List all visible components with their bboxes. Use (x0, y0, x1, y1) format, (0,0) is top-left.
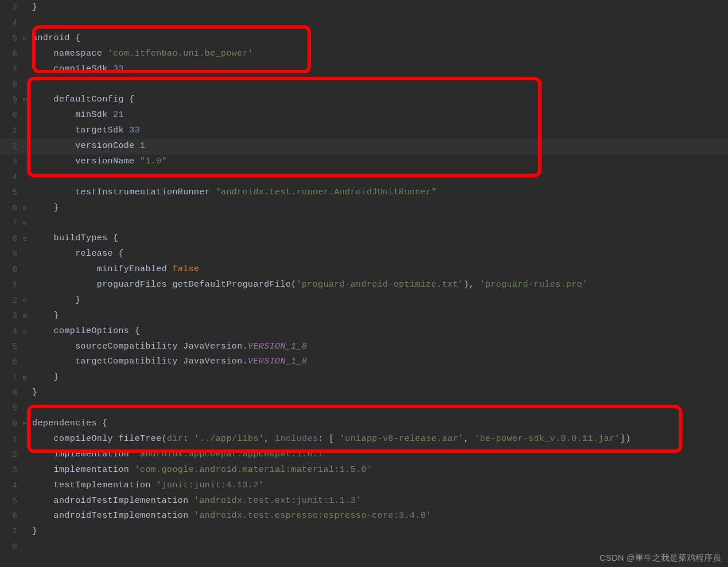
line-number: 5 (0, 494, 21, 509)
code-line[interactable]: } (32, 0, 728, 15)
line-number: 1 (0, 123, 21, 139)
line-number: 5 (0, 339, 21, 355)
code-line[interactable]: versionCode 1 (32, 139, 728, 154)
code-line[interactable]: versionName "1.0" (32, 154, 728, 170)
line-number: 2 (0, 447, 21, 463)
gutter: 3 4 5 6 7 8 9 0 1 2 3 4 5 6 7 8 9 0 1 2 … (0, 0, 21, 555)
fold-icon[interactable]: ⊞ (23, 298, 27, 304)
line-number: 3 (0, 154, 21, 170)
code-line[interactable]: } (32, 524, 728, 539)
code-line[interactable]: testImplementation 'junit:junit:4.13.2' (32, 478, 728, 494)
line-number: 0 (0, 262, 21, 277)
code-line[interactable]: targetSdk 33 (32, 123, 728, 139)
fold-icon[interactable]: ⊞ (23, 313, 27, 319)
line-number: 6 (0, 354, 21, 370)
line-number: 9 (0, 247, 21, 262)
line-number: 9 (0, 401, 21, 416)
fold-icon[interactable]: ⊟ (23, 97, 27, 103)
code-line[interactable]: minSdk 21 (32, 108, 728, 123)
line-number: 6 (0, 509, 21, 524)
code-line[interactable] (32, 170, 728, 185)
code-line[interactable]: targetCompatibility JavaVersion.VERSION_… (32, 354, 728, 370)
code-area[interactable]: } android { namespace 'com.itfenbao.uni.… (32, 0, 728, 555)
line-number: 3 (0, 463, 21, 478)
code-line[interactable]: android { (32, 31, 728, 46)
code-line[interactable]: } (32, 370, 728, 385)
line-number: 7 (0, 370, 21, 385)
line-number: 8 (0, 539, 21, 555)
line-number: 0 (0, 108, 21, 123)
code-line[interactable]: compileOptions { (32, 324, 728, 339)
line-number: 8 (0, 385, 21, 401)
code-line[interactable]: } (32, 308, 728, 324)
line-number: 3 (0, 0, 21, 15)
code-line[interactable] (32, 216, 728, 231)
line-number: 9 (0, 92, 21, 108)
fold-icon[interactable]: ⊟ (23, 221, 27, 227)
line-number: 2 (0, 139, 21, 154)
fold-icon[interactable]: ⊞ (23, 205, 27, 212)
line-number: 0 (0, 416, 21, 432)
fold-icon[interactable]: ⊟ (23, 236, 27, 243)
code-line[interactable]: dependencies { (32, 416, 728, 432)
line-number: 4 (0, 324, 21, 339)
line-number: 7 (0, 216, 21, 231)
fold-icon[interactable]: ⊟ (23, 36, 27, 42)
code-line[interactable]: release { (32, 247, 728, 262)
code-line[interactable]: defaultConfig { (32, 92, 728, 108)
line-number: 6 (0, 46, 21, 62)
line-number: 1 (0, 432, 21, 447)
line-number: 4 (0, 15, 21, 31)
code-line[interactable]: sourceCompatibility JavaVersion.VERSION_… (32, 339, 728, 355)
code-line[interactable]: } (32, 293, 728, 308)
code-line[interactable]: implementation 'androidx.appcompat:appco… (32, 447, 728, 463)
code-line[interactable]: implementation 'com.google.android.mater… (32, 463, 728, 478)
fold-icon[interactable]: ⊟ (23, 421, 27, 427)
code-editor[interactable]: 3 4 5 6 7 8 9 0 1 2 3 4 5 6 7 8 9 0 1 2 … (0, 0, 728, 567)
line-number: 5 (0, 31, 21, 46)
code-line[interactable]: proguardFiles getDefaultProguardFile('pr… (32, 277, 728, 293)
code-line[interactable] (32, 401, 728, 416)
code-line[interactable]: minifyEnabled false (32, 262, 728, 277)
line-number: 1 (0, 277, 21, 293)
code-line[interactable]: testInstrumentationRunner "androidx.test… (32, 185, 728, 201)
fold-icon[interactable]: ⊟ (23, 329, 27, 335)
line-number: 4 (0, 170, 21, 185)
line-number: 2 (0, 293, 21, 308)
code-line[interactable]: compileSdk 33 (32, 62, 728, 77)
code-line[interactable]: } (32, 385, 728, 401)
code-line[interactable] (32, 15, 728, 31)
code-line[interactable]: androidTestImplementation 'androidx.test… (32, 509, 728, 524)
code-line[interactable] (32, 77, 728, 92)
code-line[interactable]: buildTypes { (32, 231, 728, 247)
line-number: 4 (0, 478, 21, 494)
line-number: 8 (0, 77, 21, 92)
line-number: 8 (0, 231, 21, 247)
code-line[interactable]: compileOnly fileTree(dir: '../app/libs',… (32, 432, 728, 447)
line-number: 5 (0, 185, 21, 201)
line-number: 3 (0, 308, 21, 324)
code-line[interactable]: namespace 'com.itfenbao.uni.be_power' (32, 46, 728, 62)
code-line[interactable]: androidTestImplementation 'androidx.test… (32, 494, 728, 509)
code-line[interactable]: } (32, 201, 728, 216)
line-number: 6 (0, 201, 21, 216)
line-number: 7 (0, 524, 21, 539)
csdn-watermark: CSDN @重生之我是菜鸡程序员 (599, 553, 721, 564)
fold-icon[interactable]: ⊞ (23, 375, 27, 381)
line-number: 7 (0, 62, 21, 77)
